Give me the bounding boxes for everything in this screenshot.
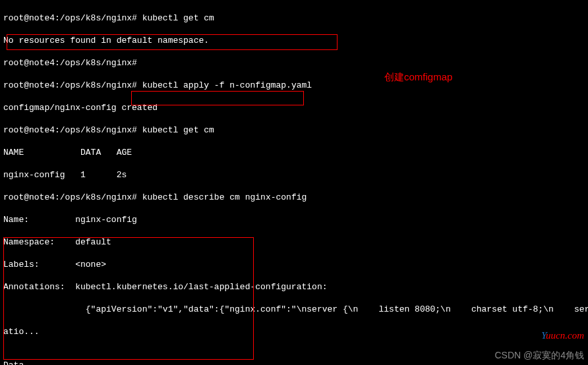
cmd-line: root@note4:/ops/k8s/nginx# kubectl get c…	[3, 125, 588, 136]
output-line: configmap/nginx-config created	[3, 102, 588, 113]
output-line: Name: nginx-config	[3, 214, 588, 225]
watermark-site: Yuucn.com	[541, 330, 584, 341]
output-line: Annotations: kubectl.kubernetes.io/last-…	[3, 281, 588, 293]
output-line: No resources found in default namespace.	[3, 35, 588, 46]
table-header: NAME DATA AGE	[3, 147, 588, 158]
shell-prompt: root@note4:/ops/k8s/nginx#	[3, 80, 137, 90]
cmd-line: root@note4:/ops/k8s/nginx# kubectl descr…	[3, 192, 588, 203]
annotation-label: 创建comfigmap	[384, 71, 452, 82]
shell-prompt: root@note4:/ops/k8s/nginx#	[3, 58, 137, 68]
cmd-line: root@note4:/ops/k8s/nginx#	[3, 57, 588, 69]
shell-prompt: root@note4:/ops/k8s/nginx#	[3, 13, 137, 23]
shell-prompt: root@note4:/ops/k8s/nginx#	[3, 192, 137, 202]
watermark-csdn: CSDN @寂寞的4角钱	[494, 350, 584, 361]
cmd-line: root@note4:/ops/k8s/nginx# kubectl apply…	[3, 80, 588, 91]
table-row: nginx-config 1 2s	[3, 169, 588, 181]
output-line: {"apiVersion":"v1","data":{"nginx.conf":…	[3, 304, 588, 315]
terminal-output[interactable]: root@note4:/ops/k8s/nginx# kubectl get c…	[0, 0, 588, 365]
output-line: Namespace: default	[3, 237, 588, 248]
shell-prompt: root@note4:/ops/k8s/nginx#	[3, 125, 137, 135]
output-line: atio...	[3, 326, 588, 337]
output-line: Labels: <none>	[3, 259, 588, 270]
cmd-line: root@note4:/ops/k8s/nginx# kubectl get c…	[3, 13, 588, 24]
